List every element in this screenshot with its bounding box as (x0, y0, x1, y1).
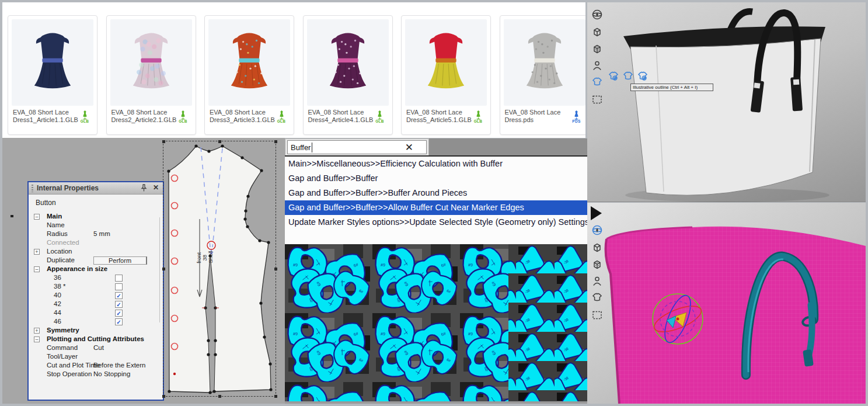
search-result-row[interactable]: Gap and Buffer>>Buffer (285, 171, 587, 186)
size-checkbox[interactable]: ✓ (115, 301, 123, 308)
property-value[interactable]: Before the Extern (93, 362, 146, 369)
garment-outline-icon[interactable] (622, 70, 635, 83)
collapse-icon[interactable]: – (34, 214, 40, 220)
expand-icon[interactable]: + (34, 249, 40, 255)
pattern-design-workspace[interactable]: Internal Properties ✕ Button –MainNameRa… (2, 138, 285, 404)
property-row[interactable]: Name (29, 221, 163, 230)
cube-textured-icon[interactable] (591, 42, 604, 55)
property-value[interactable]: 5 mm (93, 230, 110, 237)
property-row[interactable]: Radius5 mm (29, 230, 163, 239)
collapse-icon[interactable]: – (34, 266, 40, 272)
size-checkbox[interactable]: ✓ (115, 318, 123, 325)
property-row[interactable]: Cut and Plot TimeBefore the Extern (29, 362, 163, 370)
marker-nesting-canvas[interactable]: #9 -38 (285, 244, 587, 404)
property-row[interactable]: Connected (29, 239, 163, 248)
property-row[interactable]: DuplicatePerform (29, 256, 163, 265)
clear-search-icon[interactable]: ✕ (405, 141, 413, 154)
search-result-row[interactable]: Main>>Miscellaneous>>Efficiency Calculat… (285, 157, 587, 171)
property-label: Connected (47, 239, 79, 246)
property-label: 42 (54, 300, 61, 307)
property-label: Tool/Layer (47, 353, 78, 360)
property-row[interactable]: Stop OperationNo Stopping (29, 370, 163, 379)
file-format-badge: GLB (78, 110, 91, 123)
pattern-piece-outline[interactable] (169, 146, 271, 393)
size-checkbox[interactable]: ✓ (115, 310, 123, 317)
property-label: Radius (47, 230, 68, 237)
property-group-row[interactable]: –Appearance in size (29, 265, 163, 274)
close-icon[interactable]: ✕ (153, 183, 159, 192)
search-input[interactable]: Buffer ✕ (287, 140, 427, 154)
asset-browser-panel: EVA_08 Short LaceDress1_Article1.1.GLB G… (2, 2, 585, 138)
command-search-frame: Buffer ✕ (285, 138, 429, 156)
marquee-handle[interactable] (162, 395, 165, 398)
dress-3d-preview (514, 23, 575, 103)
collapse-icon[interactable]: – (34, 336, 40, 342)
asset-card[interactable]: EVA_08 Short LaceDress2_Article2.1.GLB G… (106, 15, 196, 135)
orbit-icon[interactable] (591, 8, 604, 21)
property-row[interactable]: 46✓ (29, 318, 163, 327)
asset-card[interactable]: EVA_08 Short LaceDress1_Article1.1.GLB G… (8, 15, 97, 135)
property-row[interactable]: 42✓ (29, 300, 163, 309)
property-row[interactable]: 38 * (29, 283, 163, 292)
property-group-row[interactable]: –Plotting and Cutting Attributes (29, 335, 163, 344)
size-checkbox[interactable]: ✓ (115, 292, 123, 299)
search-result-row[interactable]: Gap and Buffer>>Buffer>>Allow Buffer Cut… (285, 200, 587, 215)
cube-textured-icon[interactable] (591, 258, 604, 270)
marquee-select-icon[interactable] (591, 308, 604, 321)
property-group-row[interactable]: –Main (29, 213, 163, 221)
property-group-row[interactable]: +Location (29, 248, 163, 256)
property-label: Name (47, 221, 65, 228)
cube-icon[interactable] (591, 241, 604, 254)
asset-card[interactable]: EVA_08 Short LaceDress4_Article4.1.GLB G… (303, 15, 393, 135)
expand-icon[interactable]: + (34, 328, 40, 334)
property-row[interactable]: 44✓ (29, 309, 163, 318)
asset-card[interactable]: EVA_08 Short LaceDress5_Article5.1.GLB G… (401, 15, 491, 135)
avatar-icon[interactable] (591, 275, 604, 287)
tote-bag-gray (587, 2, 866, 202)
marquee-select-icon[interactable] (591, 93, 604, 106)
panel-title: Internal Properties (37, 184, 99, 192)
asset-thumbnail (405, 19, 487, 106)
marquee-handle[interactable] (162, 268, 165, 270)
property-label: 46 (54, 318, 61, 325)
pattern-piece-canvas[interactable]: front 38 Shell (167, 140, 278, 397)
pin-icon[interactable] (141, 184, 148, 192)
property-row[interactable]: 40✓ (29, 292, 163, 300)
garment-lens-icon[interactable] (636, 70, 649, 83)
garment-icon[interactable] (591, 292, 604, 304)
tooltip: Illustrative outline (Ctrl + Alt + I) (630, 84, 713, 91)
asset-card[interactable]: EVA_08 Short LaceDress.pds PDS (500, 15, 586, 135)
property-value[interactable]: No Stopping (93, 370, 130, 377)
viewport-3d-top[interactable]: Illustrative outline (Ctrl + Alt + I) (587, 2, 866, 202)
property-group-row[interactable]: +Symmetry (29, 327, 163, 335)
property-label: Command (47, 344, 78, 351)
size-checkbox[interactable] (115, 275, 123, 282)
file-format-badge: GLB (177, 110, 190, 123)
search-result-row[interactable]: Update Marker Styles options>>Update Sel… (285, 215, 587, 230)
grip-icon (32, 185, 33, 192)
panel-title-bar[interactable]: Internal Properties ✕ (29, 182, 163, 195)
asset-card[interactable]: EVA_08 Short LaceDress3_Article3.1.GLB G… (204, 15, 294, 135)
size-checkbox[interactable] (115, 283, 123, 290)
marquee-handle[interactable] (162, 140, 165, 143)
property-row[interactable]: Tool/Layer (29, 353, 163, 362)
cube-icon[interactable] (591, 25, 604, 38)
perform-button[interactable]: Perform (93, 256, 147, 265)
asset-filename: EVA_08 Short LaceDress.pds (505, 109, 574, 124)
garment-lens-icon[interactable] (607, 70, 620, 83)
garment-icon[interactable] (591, 76, 604, 89)
property-row[interactable]: 36 (29, 274, 163, 283)
dress-3d-preview (121, 23, 182, 103)
app-window: EVA_08 Short LaceDress1_Article1.1.GLB G… (0, 0, 868, 406)
search-result-row[interactable]: Gap and Buffer>>Buffer>>Buffer Around Pi… (285, 186, 587, 200)
play-simulation-button[interactable] (591, 206, 602, 220)
dress-3d-preview (318, 23, 378, 103)
property-value[interactable]: Cut (93, 344, 104, 351)
property-label: Appearance in size (47, 265, 107, 272)
search-header-bar (429, 138, 587, 156)
orbit-icon[interactable] (591, 224, 604, 237)
viewport-3d-bottom[interactable] (587, 203, 866, 404)
property-label: 44 (54, 309, 61, 316)
property-row[interactable]: CommandCut (29, 344, 163, 353)
avatar-icon[interactable] (591, 59, 604, 72)
